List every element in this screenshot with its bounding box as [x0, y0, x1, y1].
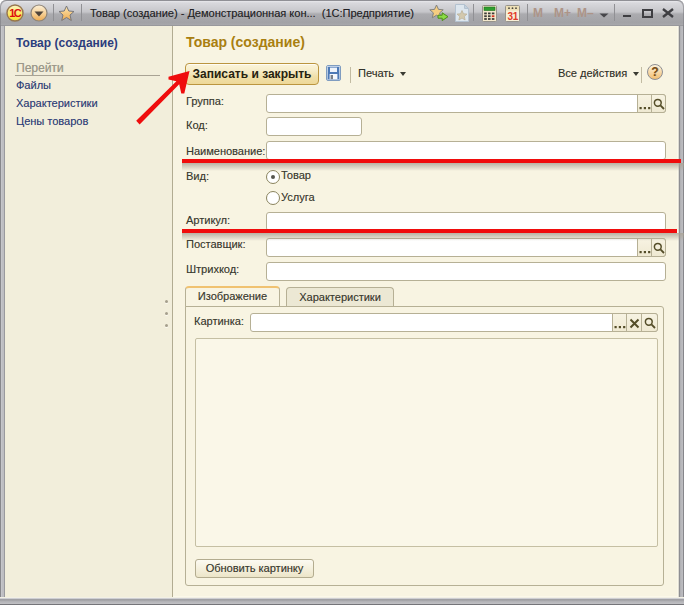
svg-text:31: 31 — [508, 11, 519, 22]
